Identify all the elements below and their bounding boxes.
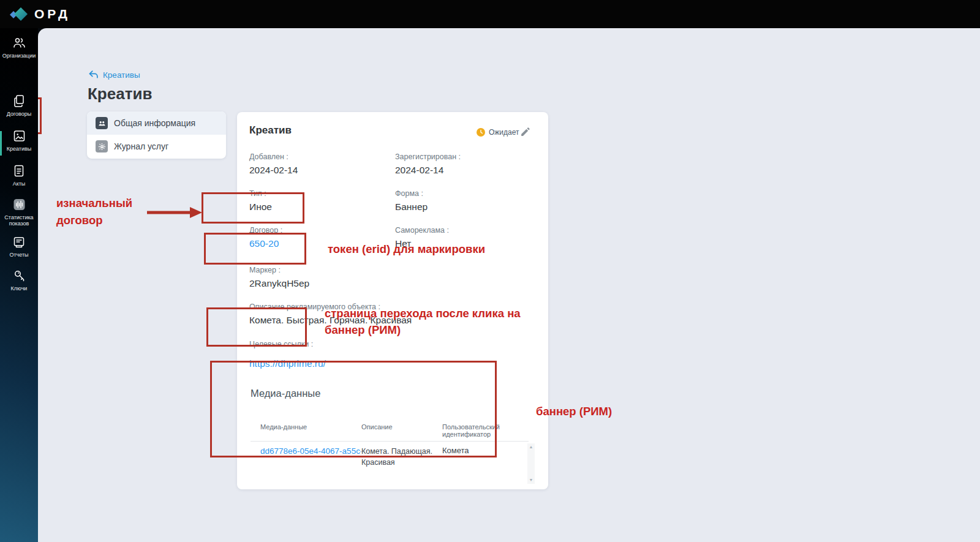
annotation-arrow-icon bbox=[146, 205, 202, 220]
sidebar-item-label: Креативы bbox=[7, 146, 31, 152]
field-type: Тип : Иное bbox=[249, 189, 390, 213]
media-row-description: Комета. Падающая. Красивая bbox=[361, 446, 435, 468]
app-root: ОРД Организации Договоры Креа bbox=[0, 0, 980, 542]
field-value: Баннер bbox=[395, 201, 536, 213]
sidebar-item-keys[interactable]: Ключи bbox=[0, 268, 38, 292]
sidebar-item-statistics[interactable]: Статистика показов bbox=[0, 197, 38, 227]
logo: ОРД bbox=[9, 5, 70, 23]
field-label: Маркер : bbox=[249, 266, 390, 274]
status-label: Ожидает bbox=[489, 128, 519, 137]
report-icon bbox=[12, 235, 26, 249]
creative-card: Креатив Ожидает Добавлен : 2024-02-14 За… bbox=[237, 112, 548, 489]
documents-icon bbox=[12, 94, 26, 108]
field-label: Договор : bbox=[249, 226, 390, 235]
field-target-links: Целевые ссылки : https://dhprime.ru/ bbox=[249, 340, 390, 369]
media-row-link[interactable]: dd6778e6-05e4-4067-a55c-ae bbox=[260, 446, 361, 456]
sidebar-item-contracts[interactable]: Договоры bbox=[0, 94, 38, 117]
main-content: Креативы Креатив Общая информация bbox=[38, 28, 980, 542]
edit-button[interactable] bbox=[520, 127, 532, 139]
breadcrumb[interactable]: Креативы bbox=[88, 70, 140, 80]
document-icon bbox=[12, 164, 26, 178]
field-label: Форма : bbox=[395, 189, 536, 198]
page-title: Креатив bbox=[88, 85, 152, 104]
target-link[interactable]: https://dhprime.ru/ bbox=[249, 358, 390, 369]
pencil-icon bbox=[520, 127, 530, 137]
image-icon bbox=[12, 129, 27, 143]
table-divider bbox=[251, 441, 529, 442]
field-label: Добавлен : bbox=[249, 152, 390, 161]
annotation-initial-contract: изначальный договор bbox=[56, 195, 154, 229]
back-arrow-icon bbox=[88, 70, 99, 80]
field-label: Тип : bbox=[249, 189, 390, 198]
people-icon bbox=[12, 36, 27, 50]
sidebar-item-acts[interactable]: Акты bbox=[0, 164, 38, 187]
media-section-title: Медиа-данные bbox=[251, 388, 320, 399]
tab-label: Журнал услуг bbox=[114, 141, 168, 151]
media-col-header: Пользовательский идентификатор bbox=[442, 423, 548, 438]
scroll-up-icon[interactable]: ▲ bbox=[529, 443, 533, 451]
clock-icon bbox=[477, 128, 485, 137]
field-form: Форма : Баннер bbox=[395, 189, 536, 213]
field-value: 2024-02-14 bbox=[395, 165, 536, 176]
logo-text: ОРД bbox=[34, 7, 70, 21]
sidebar: Организации Договоры Креативы Акты bbox=[0, 28, 38, 542]
field-label: Целевые ссылки : bbox=[249, 340, 390, 348]
media-col-header: Описание bbox=[361, 423, 393, 431]
media-col-header: Медиа-данные bbox=[260, 423, 307, 431]
tab-label: Общая информация bbox=[114, 118, 195, 128]
sidebar-item-label: Акты bbox=[13, 181, 26, 187]
annotation-landing: страница перехода после клика на баннер … bbox=[325, 305, 527, 338]
sidebar-item-reports[interactable]: Отчеты bbox=[0, 235, 38, 258]
sidebar-item-label: Организации bbox=[2, 53, 36, 59]
equalizer-icon bbox=[12, 197, 27, 212]
table-scrollbar[interactable]: ▲ ▼ bbox=[527, 443, 535, 484]
field-value: 2RanykqH5ep bbox=[249, 278, 390, 289]
sidebar-item-creatives[interactable]: Креативы bbox=[0, 129, 38, 152]
logo-diamond-icon bbox=[9, 5, 29, 23]
sidebar-item-label: Отчеты bbox=[9, 252, 28, 258]
field-registered: Зарегистрирован : 2024-02-14 bbox=[395, 152, 536, 176]
field-marker: Маркер : 2RanykqH5ep bbox=[249, 266, 390, 289]
field-value: 2024-02-14 bbox=[249, 165, 390, 176]
sidebar-item-label: Статистика показов bbox=[0, 214, 38, 227]
breadcrumb-label[interactable]: Креативы bbox=[103, 70, 140, 80]
sidebar-item-label: Ключи bbox=[11, 285, 28, 292]
key-icon bbox=[12, 268, 27, 283]
card-title: Креатив bbox=[249, 124, 292, 137]
tab-panel: Общая информация Журнал услуг bbox=[87, 111, 226, 159]
gear-icon bbox=[96, 140, 108, 152]
field-added: Добавлен : 2024-02-14 bbox=[249, 152, 390, 176]
status-badge: Ожидает bbox=[477, 128, 519, 137]
field-value: Иное bbox=[249, 201, 390, 213]
tab-service-log[interactable]: Журнал услуг bbox=[87, 135, 226, 158]
field-label: Зарегистрирован : bbox=[395, 152, 536, 161]
sidebar-item-label: Договоры bbox=[7, 111, 31, 117]
annotation-banner: баннер (РИМ) bbox=[536, 405, 612, 418]
contacts-icon bbox=[96, 117, 108, 129]
top-bar: ОРД bbox=[0, 0, 980, 28]
media-row-user-id: Комета bbox=[442, 446, 469, 455]
scroll-down-icon[interactable]: ▼ bbox=[529, 476, 533, 484]
field-label: Самореклама : bbox=[395, 226, 536, 235]
tab-general-info[interactable]: Общая информация bbox=[87, 111, 226, 135]
annotation-token: токен (erid) для маркировки bbox=[328, 243, 485, 256]
sidebar-item-organizations[interactable]: Организации bbox=[0, 36, 38, 59]
